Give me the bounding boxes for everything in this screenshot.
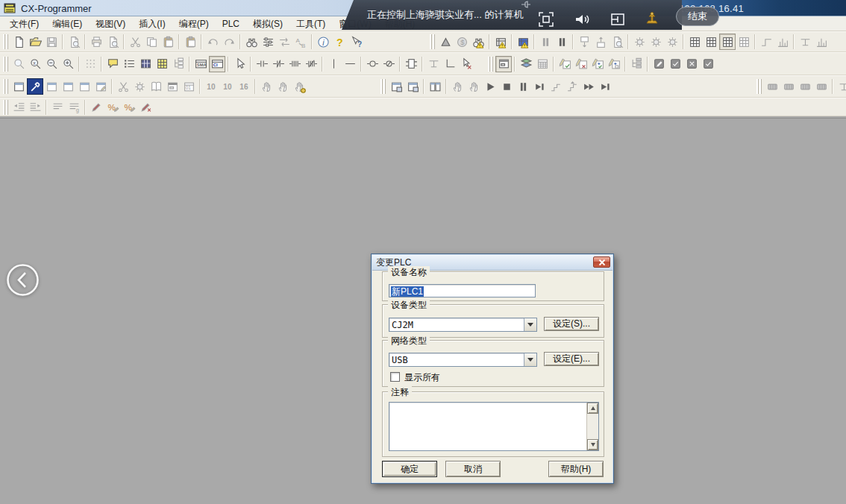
device-verify-warning-button[interactable] xyxy=(492,34,509,50)
scan-run-button[interactable] xyxy=(597,78,613,95)
differential-monitor-button[interactable] xyxy=(758,34,774,50)
align-group-button[interactable]: g xyxy=(66,99,82,116)
show-section-list-button[interactable] xyxy=(170,56,187,72)
sim-run-button[interactable] xyxy=(482,78,498,95)
memory-view-button[interactable] xyxy=(148,78,164,95)
cut-button[interactable] xyxy=(127,34,143,50)
delete-connection-button[interactable] xyxy=(458,56,474,72)
scroll-up-button[interactable] xyxy=(587,403,598,414)
continuous-step-run-button[interactable] xyxy=(580,78,597,95)
menu-item-insert[interactable]: 插入(I) xyxy=(132,16,172,31)
unindent-rung-button[interactable] xyxy=(10,99,27,116)
restore-window-layout-button[interactable] xyxy=(404,78,421,95)
transfer-from-plc-button[interactable] xyxy=(592,34,609,50)
new-project-button[interactable] xyxy=(10,34,27,50)
show-symbol-bar-button[interactable] xyxy=(154,56,170,72)
toolbar-grip[interactable] xyxy=(488,57,493,72)
watch-window-2-button[interactable] xyxy=(703,34,719,50)
redo-button[interactable] xyxy=(221,34,237,50)
watch-sheet-button[interactable] xyxy=(719,34,736,50)
dialog-view-button[interactable] xyxy=(164,78,181,95)
menu-item-tools[interactable]: 工具(T) xyxy=(289,16,332,31)
network-type-settings-button[interactable]: 设定(E)... xyxy=(544,352,599,366)
select-mode-button[interactable] xyxy=(231,56,248,72)
zoom-in-button[interactable] xyxy=(60,56,76,72)
new-instruction-button[interactable] xyxy=(403,56,419,72)
edit-add-accept-button[interactable] xyxy=(589,56,606,72)
toolbar-grip[interactable] xyxy=(430,34,435,49)
watch-sheet-2-button[interactable] xyxy=(736,34,752,50)
open-project-button[interactable] xyxy=(27,34,43,50)
context-help-button[interactable]: ? xyxy=(348,34,364,50)
indent-rung-button[interactable] xyxy=(27,99,43,116)
help-button[interactable]: 帮助(H) xyxy=(548,461,604,477)
decimal-view-button[interactable]: 10 xyxy=(203,78,219,95)
new-or-contact-button[interactable] xyxy=(286,56,303,72)
percent-marker-2-button[interactable]: % xyxy=(121,99,137,116)
new-closed-coil-button[interactable] xyxy=(380,56,397,72)
marker-erase-button[interactable] xyxy=(137,99,154,116)
show-rung-annotations-button[interactable] xyxy=(121,56,137,72)
memory-area-3-button[interactable] xyxy=(797,78,813,95)
signed-decimal-view-button[interactable]: 10 xyxy=(219,78,236,95)
new-horizontal-line-button[interactable] xyxy=(342,56,358,72)
about-info-button[interactable]: i xyxy=(315,34,331,50)
block-edit-button[interactable] xyxy=(651,56,667,72)
edit-reject-button[interactable] xyxy=(573,56,589,72)
toggle-project-window-button[interactable] xyxy=(10,78,27,95)
build-button[interactable] xyxy=(27,78,43,95)
ok-button[interactable]: 确定 xyxy=(382,461,437,477)
stacked-view-button[interactable] xyxy=(518,56,534,72)
time-chart-monitor-button[interactable] xyxy=(774,34,791,50)
new-closed-or-contact-button[interactable] xyxy=(303,56,319,72)
toolbar-grip[interactable] xyxy=(3,79,8,94)
menu-item-simulation[interactable]: 模拟(S) xyxy=(246,16,289,31)
t-branch-button[interactable] xyxy=(425,56,442,72)
compile-program-button[interactable] xyxy=(66,34,82,50)
print-preview-button[interactable] xyxy=(104,34,121,50)
sim-resume-hand-button[interactable] xyxy=(466,78,482,95)
device-online-warning-button[interactable] xyxy=(515,34,531,50)
align-list-button[interactable] xyxy=(49,99,66,116)
device-type-dropdown-button[interactable] xyxy=(524,318,536,331)
split-window-button[interactable] xyxy=(609,10,627,28)
change-a-to-b-button[interactable]: AB xyxy=(292,34,309,50)
fullscreen-button[interactable] xyxy=(537,10,555,28)
pause-button[interactable] xyxy=(554,34,570,50)
new-vertical-line-button[interactable] xyxy=(325,56,342,72)
menu-item-edit[interactable]: 编辑(E) xyxy=(46,16,89,31)
sound-button[interactable] xyxy=(573,10,591,28)
menu-item-program[interactable]: 编程(P) xyxy=(172,16,216,31)
local-window-button[interactable] xyxy=(76,78,93,95)
menu-item-file[interactable]: 文件(F) xyxy=(3,16,46,31)
work-online-simulator-button[interactable] xyxy=(437,34,454,50)
toolbar-grip[interactable] xyxy=(3,57,8,72)
zoom-to-fit-button[interactable]: x xyxy=(27,56,43,72)
hex-view-button[interactable]: 16 xyxy=(236,78,252,95)
network-type-select[interactable]: USB xyxy=(389,353,537,367)
paste-special-button[interactable] xyxy=(182,34,198,50)
cancel-button[interactable]: 取消 xyxy=(445,461,501,477)
cross-reference-button[interactable] xyxy=(43,78,60,95)
block-reject-button[interactable] xyxy=(683,56,700,72)
memory-area-2-button[interactable] xyxy=(780,78,797,95)
watch-window-1-button[interactable] xyxy=(686,34,703,50)
properties-button[interactable] xyxy=(93,78,109,95)
ladder-rung-monitor-button[interactable] xyxy=(495,56,512,72)
arrange-windows-button[interactable] xyxy=(427,78,443,95)
new-coil-button[interactable] xyxy=(364,56,380,72)
toolbar-grip[interactable] xyxy=(756,79,762,94)
symbol-tree-button[interactable] xyxy=(628,56,645,72)
network-type-dropdown-button[interactable] xyxy=(524,353,536,366)
grid-edit-button[interactable] xyxy=(534,56,551,72)
online-mode-button[interactable]: $ xyxy=(454,34,470,50)
pause-monitoring-button[interactable] xyxy=(537,34,554,50)
scroll-down-button[interactable] xyxy=(587,439,598,450)
sim-pause-button[interactable] xyxy=(515,78,531,95)
data-trace-button[interactable] xyxy=(797,34,813,50)
zoom-out-button[interactable] xyxy=(43,56,60,72)
copy-button[interactable] xyxy=(143,34,160,50)
show-all-checkbox[interactable] xyxy=(390,372,400,382)
sim-pause-hand-button[interactable] xyxy=(449,78,466,95)
replace-button[interactable] xyxy=(276,34,292,50)
